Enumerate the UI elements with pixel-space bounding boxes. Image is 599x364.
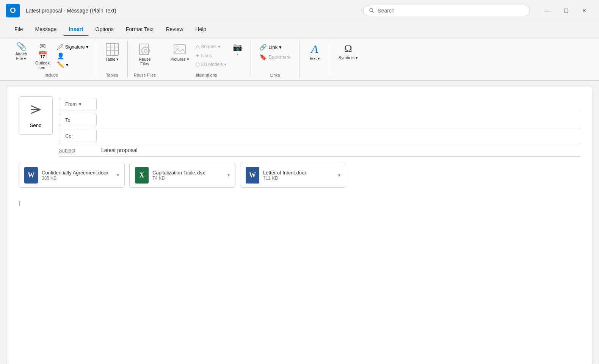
attachment-info-3: Letter of Intent.docx 711 KB [263, 170, 334, 181]
3d-models-button[interactable]: ⬡ 3D Models ▾ [193, 60, 229, 69]
bookmark-icon: 🔖 [259, 53, 267, 61]
edit-pen-icon: ✏️ [57, 62, 64, 68]
compose-body[interactable]: | [19, 194, 580, 232]
shapes-icon: △ [195, 43, 200, 50]
send-button[interactable]: Send [19, 96, 53, 135]
to-input[interactable] [97, 114, 580, 126]
search-input[interactable] [378, 8, 524, 14]
menu-insert[interactable]: Insert [63, 23, 88, 36]
menu-help[interactable]: Help [190, 23, 212, 36]
attachment-letter-intent[interactable]: W Letter of Intent.docx 711 KB ▾ [240, 163, 346, 188]
menubar: File Message Insert Options Format Text … [0, 21, 599, 38]
minimize-button[interactable]: — [539, 4, 557, 17]
screenshot-button[interactable]: 📷 ▾ [230, 41, 245, 58]
outlook-item-icon: ✉ [39, 42, 46, 50]
include-group-label: Include [12, 73, 91, 77]
ribbon-group-reuse: ReuseFiles Reuse Files [128, 41, 162, 77]
signature-icon: 🖊 [57, 44, 64, 50]
symbols-icon: Ω [344, 42, 352, 55]
attachment-info-1: Confidentialty Agreement.docx 385 KB [42, 170, 113, 181]
attachment-name-1: Confidentialty Agreement.docx [42, 170, 113, 176]
svg-rect-12 [174, 45, 185, 54]
search-icon [369, 8, 375, 14]
edit-pen-button[interactable]: ✏️ ▾ [55, 61, 91, 69]
send-arrow-icon [29, 103, 42, 116]
pictures-button[interactable]: Pictures ▾ [168, 41, 191, 63]
symbols-button[interactable]: Ω Symbols ▾ [336, 41, 360, 62]
compose-window: Send From ▾ To [6, 87, 593, 364]
tables-group-label: Tables [103, 73, 121, 77]
reuse-files-group-label: Reuse Files [134, 73, 156, 77]
svg-point-13 [176, 47, 178, 49]
icons-icon: ✦ [195, 53, 200, 59]
attachment-conf-agreement[interactable]: W Confidentialty Agreement.docx 385 KB ▾ [19, 163, 125, 188]
table-icon [105, 42, 119, 56]
table-button[interactable]: Table ▾ [103, 41, 121, 63]
ribbon-group-text: A Text ▾ [300, 41, 330, 77]
from-row: From ▾ [59, 96, 580, 112]
attachment-name-3: Letter of Intent.docx [263, 170, 334, 176]
attachment-dropdown-2[interactable]: ▾ [227, 173, 230, 178]
attachment-dropdown-3[interactable]: ▾ [338, 173, 340, 178]
compose-header: Send From ▾ To [19, 96, 580, 157]
illustrations-group-label: Illustrations [168, 73, 245, 77]
menu-format-text[interactable]: Format Text [121, 23, 159, 36]
menu-file[interactable]: File [9, 23, 28, 36]
attachment-word-icon-1: W [24, 167, 38, 184]
attach-file-icon: 📎 [16, 42, 27, 51]
svg-rect-2 [106, 43, 118, 55]
text-button[interactable]: A Text ▾ [306, 41, 324, 63]
svg-rect-7 [140, 44, 149, 55]
attachment-dropdown-1[interactable]: ▾ [117, 173, 119, 178]
from-input[interactable] [97, 98, 580, 110]
cc-input[interactable] [97, 130, 580, 142]
close-button[interactable]: ✕ [575, 4, 593, 17]
menu-message[interactable]: Message [30, 23, 62, 36]
ribbon-group-tables: Table ▾ Tables [97, 41, 128, 77]
calendar-icon: 📅 [38, 51, 47, 60]
window-controls: — ☐ ✕ [539, 4, 593, 17]
attachment-info-2: Capitalization Table.xlsx 74 KB [152, 170, 224, 181]
app-logo: O [6, 4, 20, 17]
compose-area: Send From ▾ To [6, 87, 593, 241]
text-icon: A [311, 42, 318, 55]
attach-file-button[interactable]: 📎 AttachFile ▾ [12, 41, 30, 63]
attachment-size-2: 74 KB [152, 176, 224, 181]
menu-review[interactable]: Review [160, 23, 188, 36]
svg-line-1 [372, 11, 374, 13]
3d-models-icon: ⬡ [195, 61, 200, 67]
bookmark-button[interactable]: 🔖 Bookmark [257, 52, 293, 62]
ribbon: 📎 AttachFile ▾ ✉ 📅 OutlookItem 🖊 Signatu… [0, 38, 599, 81]
links-group-label: Links [257, 73, 293, 77]
search-bar[interactable] [363, 5, 530, 16]
cc-button[interactable]: Cc [59, 130, 97, 142]
to-button[interactable]: To [59, 114, 97, 126]
contact-icon: 👤 [57, 53, 64, 59]
attachment-excel-icon-2: X [135, 167, 149, 184]
attachment-name-2: Capitalization Table.xlsx [152, 170, 224, 176]
subject-value: Latest proposal [97, 147, 138, 153]
pictures-icon [173, 42, 187, 56]
shapes-button[interactable]: △ Shapes ▾ [193, 42, 229, 51]
outlook-item-button[interactable]: ✉ 📅 OutlookItem [32, 41, 53, 71]
from-button[interactable]: From ▾ [59, 98, 97, 110]
link-icon: 🔗 [259, 44, 267, 51]
send-label: Send [30, 122, 41, 128]
contact-picture-button[interactable]: 👤 [55, 52, 91, 60]
menu-options[interactable]: Options [90, 23, 119, 36]
icons-button[interactable]: ✦ Icons [193, 52, 229, 60]
attachment-cap-table[interactable]: X Capitalization Table.xlsx 74 KB ▾ [129, 163, 235, 188]
signature-button[interactable]: 🖊 Signature ▾ [55, 42, 91, 52]
attachment-size-3: 711 KB [263, 176, 334, 181]
svg-point-9 [144, 49, 147, 52]
screenshot-icon: 📷 [233, 42, 242, 52]
reuse-files-button[interactable]: ReuseFiles [136, 41, 154, 67]
window-title: Latest proposal - Message (Plain Text) [26, 8, 363, 14]
svg-point-0 [370, 8, 373, 11]
send-icon [29, 103, 42, 119]
link-button[interactable]: 🔗 Link ▾ [257, 42, 293, 52]
reuse-files-icon [138, 42, 152, 56]
maximize-button[interactable]: ☐ [557, 4, 575, 17]
cc-row: Cc [59, 128, 580, 144]
attachment-size-1: 385 KB [42, 176, 113, 181]
